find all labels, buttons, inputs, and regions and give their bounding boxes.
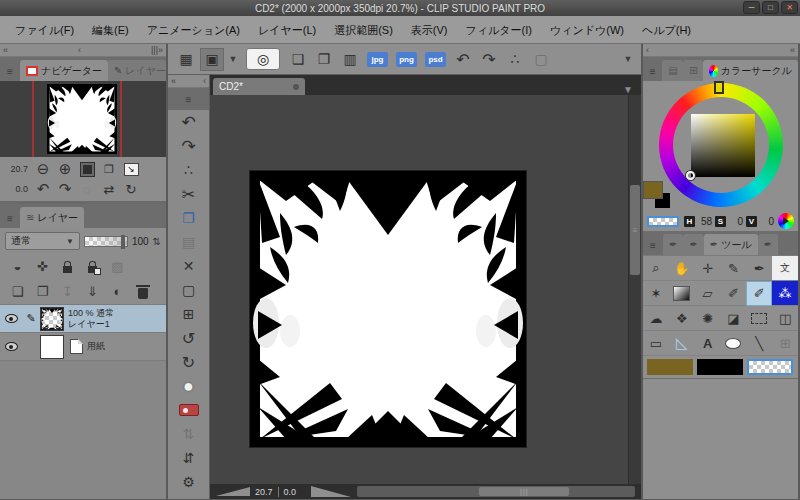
opacity-value[interactable]: 100	[132, 236, 149, 247]
menu-edit[interactable]: 編集(E)	[83, 16, 138, 44]
panel-menu-icon[interactable]: ≡	[0, 61, 20, 81]
clear-selection-icon[interactable]: ∴	[503, 48, 527, 71]
sub-color-swatch[interactable]	[697, 359, 743, 375]
transparent-color-swatch[interactable]	[747, 359, 793, 375]
pen-tool[interactable]: ✒	[746, 256, 772, 281]
vertical-scroll-thumb[interactable]: ≡	[630, 185, 640, 275]
hue-value[interactable]: 58	[698, 216, 712, 227]
panel-menu-icon[interactable]: ≡	[643, 61, 662, 81]
tab-subtool-c[interactable]: ✒	[758, 234, 778, 255]
collapse-all-icon[interactable]: «	[171, 76, 176, 86]
blob-brush-icon[interactable]: ●	[176, 374, 202, 398]
collapse-one-icon[interactable]: ‹	[78, 45, 81, 55]
tab-color-slider[interactable]: ⊞	[683, 60, 703, 81]
fit-to-window-icon[interactable]	[77, 160, 97, 178]
airbrush-tool[interactable]: ☁	[643, 306, 669, 331]
clip-to-layer-icon[interactable]: ◒	[6, 256, 29, 277]
paste-icon[interactable]: ▤	[176, 230, 202, 254]
panel-menu-icon[interactable]: ≡	[0, 208, 20, 228]
tab-navigator[interactable]: ナビゲーター	[20, 60, 108, 81]
transparent-color-chip[interactable]	[647, 216, 679, 227]
figure-tool[interactable]: ▭	[643, 331, 669, 356]
tab-close-dot-icon[interactable]	[293, 84, 299, 90]
blend-tool[interactable]: ⁂	[772, 281, 798, 306]
collapse-all-icon[interactable]: «	[3, 45, 8, 55]
close-button[interactable]: ✕	[781, 1, 798, 14]
delete-layer-icon[interactable]	[131, 281, 154, 302]
opacity-stepper-icon[interactable]: ⇅	[153, 236, 161, 247]
horizontal-scroll-thumb[interactable]: |||	[479, 487, 569, 496]
navigator-preview[interactable]	[0, 81, 166, 157]
spray-tool[interactable]: ✺	[695, 306, 721, 331]
clear-icon[interactable]: ∴	[176, 158, 202, 182]
eraser-tool[interactable]: ▱	[695, 281, 721, 306]
layer-mask-icon[interactable]: ◐	[106, 281, 129, 302]
panel-menu-icon[interactable]: ≡	[168, 88, 209, 110]
collapse-one-icon[interactable]: ‹	[203, 76, 206, 86]
clip-studio-icon[interactable]: ◎	[246, 48, 280, 70]
sv-cursor[interactable]	[686, 171, 695, 180]
export-psd-button[interactable]: psd	[425, 52, 446, 67]
free-transform-icon[interactable]: ✕	[176, 254, 202, 278]
horizontal-scrollbar[interactable]: |||	[357, 486, 635, 497]
balloon-tool[interactable]	[721, 331, 747, 356]
paper-thumbnail[interactable]	[40, 335, 64, 359]
menu-view[interactable]: 表示(V)	[402, 16, 457, 44]
wrench-icon[interactable]: ⚙	[176, 470, 202, 494]
canvas-viewport[interactable]: ≡	[210, 95, 641, 484]
reference-layer-icon[interactable]: ✜	[31, 256, 54, 277]
rotate-left-icon[interactable]: ↶	[33, 180, 53, 198]
menu-filter[interactable]: フィルター(I)	[457, 16, 541, 44]
rotate-left-icon[interactable]: ↺	[176, 326, 202, 350]
visibility-eye-icon[interactable]	[0, 314, 22, 323]
saturation-value[interactable]: 0	[729, 216, 743, 227]
new-layer-icon[interactable]: ❏	[6, 281, 29, 302]
cut-icon[interactable]: ✂	[176, 182, 202, 206]
main-color-chip[interactable]	[643, 181, 663, 199]
hand-tool[interactable]: ✋	[669, 256, 695, 281]
tab-layer-property[interactable]: ✎ レイヤープロパティ	[108, 60, 166, 81]
transfer-down-icon[interactable]: ↧	[56, 281, 79, 302]
bucket-tool[interactable]: ◪	[721, 306, 747, 331]
record-timelapse-icon[interactable]	[176, 398, 202, 422]
expand-icon[interactable]: »	[158, 45, 163, 55]
page-down-icon[interactable]: ⇵	[176, 446, 202, 470]
redo-icon[interactable]: ↷	[477, 48, 501, 71]
page-up-icon[interactable]: ⇅	[176, 422, 202, 446]
layer-row-layer1[interactable]: ✎ 100 % 通常 レイヤー1	[0, 304, 166, 332]
chevron-down-icon[interactable]: ▼	[615, 84, 641, 95]
document-tab[interactable]: CD2*	[213, 78, 305, 95]
main-color-swatch[interactable]	[647, 359, 693, 375]
maximize-button[interactable]: □	[762, 1, 779, 14]
tab-subtool-b[interactable]: ✒	[683, 234, 703, 255]
brush-tool[interactable]: ✐	[721, 281, 747, 306]
fill-figure-tool[interactable]: ✶	[643, 281, 669, 306]
gradient-tool[interactable]	[669, 281, 695, 306]
new-file-icon[interactable]: ❏	[286, 48, 310, 71]
save-icon[interactable]: ▥	[338, 48, 362, 71]
tab-color-set[interactable]: ▤	[662, 60, 683, 81]
visibility-eye-icon[interactable]	[0, 342, 22, 351]
operation-tool[interactable]: 文	[772, 256, 798, 281]
eyedropper-tool[interactable]: ✎	[721, 256, 747, 281]
decoration-tool[interactable]: ❖	[669, 306, 695, 331]
menu-layer[interactable]: レイヤー(L)	[249, 16, 325, 44]
tab-tool[interactable]: ✒ ツール	[704, 234, 758, 255]
collapse-one-icon[interactable]: ‹	[646, 45, 649, 55]
layer-row-paper[interactable]: 用紙	[0, 332, 166, 360]
copy-icon[interactable]: ❐	[176, 206, 202, 230]
rotate-right-icon[interactable]: ↻	[176, 350, 202, 374]
subview-tool[interactable]: ◫	[772, 306, 798, 331]
ruler-tool[interactable]: ◺	[669, 331, 695, 356]
blend-mode-select[interactable]: 通常 ▼	[5, 232, 80, 250]
layer-name[interactable]: レイヤー1	[68, 319, 114, 330]
line-tool[interactable]: ╲	[746, 331, 772, 356]
color-mode-wheel-icon[interactable]	[778, 213, 794, 229]
export-jpg-button[interactable]: jpg	[367, 52, 388, 67]
strip-grip-icon[interactable]: |||	[151, 45, 158, 55]
flip-horizontal-icon[interactable]: ⇄	[99, 180, 119, 198]
value-value[interactable]: 0	[760, 216, 774, 227]
vertical-scrollbar[interactable]: ≡	[628, 95, 641, 484]
zoom-out-icon[interactable]: ⊖	[33, 160, 53, 178]
text-tool[interactable]: A	[695, 331, 721, 356]
